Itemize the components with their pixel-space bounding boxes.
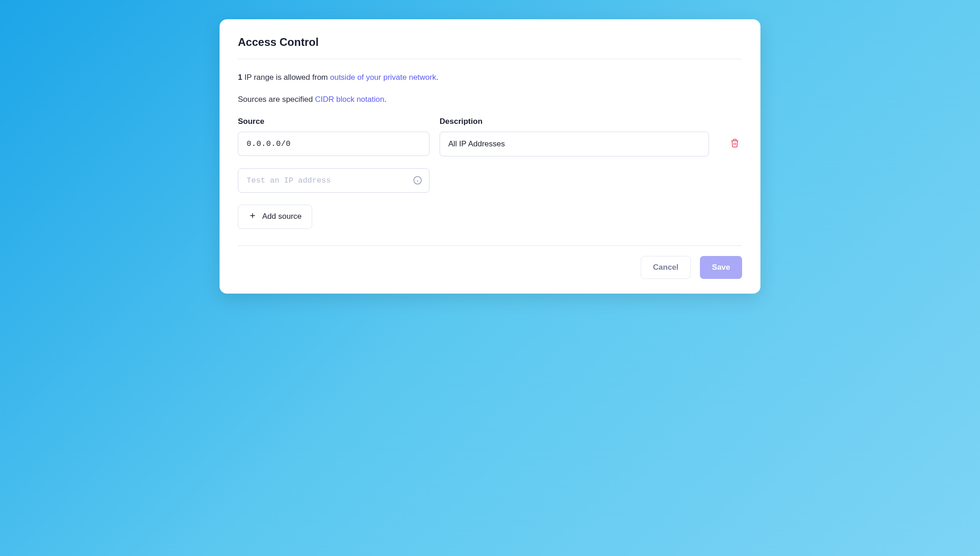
ip-range-text-prefix: IP range is allowed from: [242, 73, 330, 82]
description-input[interactable]: [440, 132, 709, 156]
trash-icon: [730, 139, 739, 149]
plus-icon: [248, 211, 257, 222]
cancel-button[interactable]: Cancel: [641, 256, 691, 279]
info-icon[interactable]: [413, 176, 422, 185]
table-row: [238, 132, 742, 156]
description-column-header: Description: [440, 117, 742, 126]
svg-point-2: [418, 178, 418, 179]
cidr-notation-link[interactable]: CIDR block notation: [315, 95, 384, 104]
save-button[interactable]: Save: [700, 256, 742, 279]
cidr-text-prefix: Sources are specified: [238, 95, 315, 104]
add-source-label: Add source: [262, 212, 302, 221]
test-ip-input[interactable]: [238, 168, 429, 193]
info-section: 1 IP range is allowed from outside of yo…: [238, 59, 742, 105]
add-source-button[interactable]: Add source: [238, 205, 312, 229]
delete-row-button[interactable]: [727, 136, 742, 152]
ip-range-text-suffix: .: [436, 73, 438, 82]
test-ip-wrapper: [238, 168, 429, 193]
source-column-header: Source: [238, 117, 429, 126]
source-input[interactable]: [238, 132, 429, 156]
access-control-card: Access Control 1 IP range is allowed fro…: [220, 19, 760, 294]
cidr-text-suffix: .: [384, 95, 386, 104]
outside-network-link[interactable]: outside of your private network: [330, 73, 436, 82]
page-title: Access Control: [238, 36, 742, 59]
table-header: Source Description: [238, 117, 742, 126]
footer-actions: Cancel Save: [238, 245, 742, 279]
test-ip-row: [238, 168, 742, 193]
ip-range-summary: 1 IP range is allowed from outside of yo…: [238, 72, 742, 83]
cidr-info: Sources are specified CIDR block notatio…: [238, 94, 742, 105]
